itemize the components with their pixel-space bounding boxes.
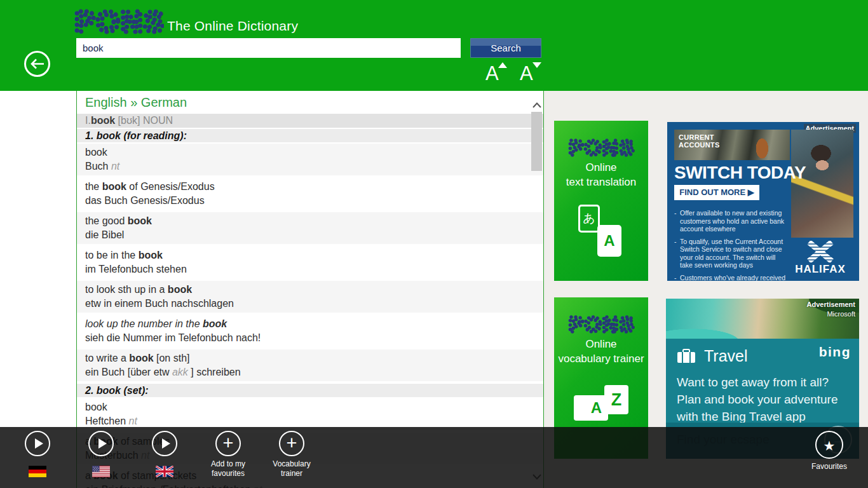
microsoft-label: Microsoft bbox=[827, 310, 855, 318]
promo-line: Online bbox=[554, 337, 648, 351]
suitcase-icon bbox=[677, 349, 696, 363]
travel-app-name: Travel bbox=[704, 347, 748, 365]
scrollbar-up-button[interactable] bbox=[532, 99, 541, 111]
back-button[interactable] bbox=[24, 51, 50, 77]
advertisement-label: Advertisement bbox=[807, 301, 855, 308]
promo-line: vocabulary trainer bbox=[554, 351, 648, 366]
svg-text:PONS: PONS bbox=[75, 5, 164, 38]
dict-source-line: to look sth up in a book bbox=[85, 283, 543, 297]
dict-translation-line: ein Buch [über etw akk ] schreiben bbox=[85, 365, 543, 379]
vocabulary-trainer-button[interactable]: + Vocabulary trainer bbox=[265, 431, 318, 478]
dict-entry-row[interactable]: bookHeftchen nt bbox=[77, 398, 543, 430]
dict-source-line: the book of Genesis/Exodus bbox=[85, 180, 543, 194]
play-circle-icon bbox=[25, 431, 50, 456]
header-bar: PONS The Online Dictionary Search A A bbox=[0, 0, 868, 91]
promo-line: Online bbox=[554, 160, 648, 175]
dict-translation-line: die Bibel bbox=[85, 228, 543, 242]
play-triangle-icon bbox=[162, 438, 170, 449]
current-accounts-photo: CURRENT ACCOUNTS bbox=[674, 130, 790, 160]
uk-flag-icon bbox=[156, 466, 173, 477]
us-flag-icon bbox=[92, 466, 110, 477]
kicker-text: CURRENT ACCOUNTS bbox=[679, 133, 720, 149]
font-increase-button[interactable]: A bbox=[485, 61, 507, 86]
bing-logo: bing bbox=[819, 344, 851, 360]
translate-cards-icon: あ A bbox=[578, 205, 624, 258]
search-button[interactable]: Search bbox=[470, 38, 541, 58]
dict-translation-line: sieh die Nummer im Telefonbuch nach! bbox=[85, 331, 543, 345]
dict-translation-line: Heftchen nt bbox=[85, 414, 543, 428]
ad-body-text: Want to get away from it all? Plan and b… bbox=[677, 374, 856, 425]
svg-text:PONS: PONS bbox=[569, 135, 635, 159]
ad-bullet: -To qualify, use the Current Account Swi… bbox=[674, 238, 786, 269]
z-card: Z bbox=[604, 385, 628, 414]
dict-translation-line: das Buch Genesis/Exodus bbox=[85, 194, 543, 208]
german-flag-icon bbox=[29, 466, 46, 477]
play-circle-icon bbox=[152, 431, 177, 456]
chevron-up-icon bbox=[532, 102, 541, 108]
dict-entry-row[interactable]: the good bookdie Bibel bbox=[77, 212, 543, 244]
svg-text:PONS: PONS bbox=[569, 312, 635, 336]
dict-entry-row[interactable]: bookBuch nt bbox=[77, 144, 543, 175]
dict-source-line: book bbox=[85, 400, 543, 414]
vocabulary-trainer-label: Vocabulary trainer bbox=[265, 459, 318, 478]
plus-circle-icon: + bbox=[279, 431, 304, 456]
app-window: PONS The Online Dictionary Search A A En… bbox=[0, 0, 868, 488]
pons-logo: PONS bbox=[567, 310, 635, 337]
favourites-button[interactable]: ★ Favourites bbox=[803, 431, 856, 471]
add-to-favourites-button[interactable]: + Add to my favourites bbox=[201, 431, 255, 478]
ad-headline: SWITCH TODAY bbox=[674, 163, 806, 183]
favourites-label: Favourites bbox=[803, 462, 856, 471]
az-cards-icon: A Z bbox=[574, 385, 628, 424]
language-direction-heading: English » German bbox=[77, 91, 543, 114]
dict-sense-header: 2. book (set): bbox=[77, 384, 543, 397]
play-us-english-button[interactable] bbox=[74, 431, 128, 477]
play-circle-icon bbox=[88, 431, 114, 456]
search-input[interactable] bbox=[76, 38, 461, 58]
dict-translation-line: Buch nt bbox=[85, 159, 543, 173]
dict-entry-row[interactable]: to write a book [on sth]ein Buch [über e… bbox=[77, 349, 543, 381]
triangle-up-icon bbox=[498, 62, 507, 68]
dict-entry-row[interactable]: look up the number in the booksieh die N… bbox=[77, 315, 543, 347]
dict-source-line: to be in the book bbox=[85, 248, 543, 262]
play-uk-english-button[interactable] bbox=[138, 431, 191, 477]
dict-sense-header: 1. book (for reading): bbox=[77, 129, 543, 142]
promo-text-translation-tile[interactable]: PONS Online text translation あ A bbox=[554, 121, 648, 281]
plus-circle-icon: + bbox=[215, 431, 241, 456]
star-circle-icon: ★ bbox=[815, 431, 843, 459]
dict-source-line: look up the number in the book bbox=[85, 317, 543, 331]
woman-photo bbox=[791, 130, 853, 238]
play-triangle-icon bbox=[35, 438, 43, 449]
dict-translation-line: im Telefonbuch stehen bbox=[85, 262, 543, 276]
dict-source-line: to write a book [on sth] bbox=[85, 351, 543, 365]
back-arrow-icon bbox=[31, 58, 44, 69]
ad-bullet: -Customers who've already received a Hal… bbox=[674, 274, 786, 281]
promo-line: text translation bbox=[554, 175, 648, 189]
halifax-logo: HALIFAX bbox=[787, 241, 853, 276]
app-bar: + Add to my favourites + Vocabulary trai… bbox=[0, 427, 868, 488]
dict-source-line: the good book bbox=[85, 214, 543, 228]
play-triangle-icon bbox=[98, 438, 107, 449]
find-out-more-button[interactable]: FIND OUT MORE ▶ bbox=[674, 185, 759, 200]
latin-card: A bbox=[597, 225, 621, 257]
a-card: A bbox=[574, 395, 608, 421]
triangle-down-icon bbox=[532, 62, 541, 68]
add-to-favourites-label: Add to my favourites bbox=[201, 459, 255, 478]
halifax-advertisement[interactable]: Advertisement CURRENT ACCOUNTS SWITCH TO… bbox=[667, 122, 859, 281]
dict-headword-row: I.book [bʊk] NOUN bbox=[77, 114, 543, 128]
pons-logo: PONS bbox=[74, 3, 164, 39]
ad-bullet-list: -Offer available to new and existing cus… bbox=[674, 209, 786, 281]
app-title: The Online Dictionary bbox=[167, 18, 298, 34]
travel-app-row: Travel bbox=[677, 347, 748, 365]
play-german-button[interactable] bbox=[11, 431, 64, 477]
dict-entry-row[interactable]: to look sth up in a booketw in einem Buc… bbox=[77, 281, 543, 313]
ad-bullet: -Offer available to new and existing cus… bbox=[674, 209, 786, 233]
kana-card: あ bbox=[578, 205, 600, 233]
dict-entry-row[interactable]: the book of Genesis/Exodusdas Buch Genes… bbox=[77, 178, 543, 210]
dict-entry-row[interactable]: to be in the bookim Telefonbuch stehen bbox=[77, 247, 543, 278]
scrollbar-thumb[interactable] bbox=[531, 112, 542, 171]
pons-logo: PONS bbox=[567, 133, 635, 160]
dict-translation-line: etw in einem Buch nachschlagen bbox=[85, 297, 543, 311]
dict-source-line: book bbox=[85, 146, 543, 159]
font-decrease-button[interactable]: A bbox=[520, 61, 541, 86]
halifax-x-icon bbox=[807, 241, 834, 262]
